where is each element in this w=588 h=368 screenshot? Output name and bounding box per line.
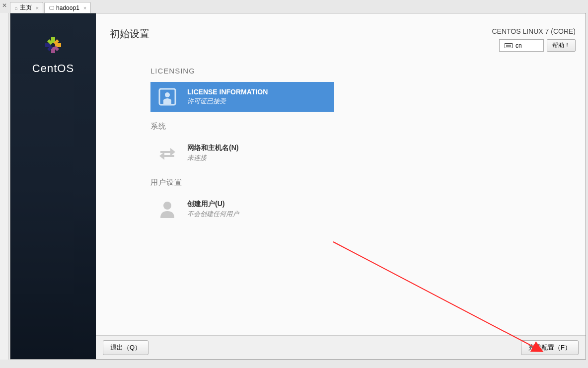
keyboard-icon xyxy=(505,43,513,48)
spoke-title: 网络和主机名(N) xyxy=(187,144,238,152)
finish-button[interactable]: 完成配置（F） xyxy=(521,340,579,355)
section-licensing-label: LICENSING xyxy=(150,67,586,75)
svg-point-10 xyxy=(163,202,171,210)
tab-hadoop1[interactable]: 🖵 hadoop1 × xyxy=(44,2,91,13)
tab-close-icon[interactable]: × xyxy=(36,5,39,11)
close-icon[interactable]: ✕ xyxy=(2,2,7,9)
license-icon xyxy=(156,86,178,108)
spoke-status: 未连接 xyxy=(187,153,238,162)
tab-label: hadoop1 xyxy=(56,4,79,11)
brand-text: CentOS xyxy=(32,62,74,75)
svg-point-9 xyxy=(165,92,170,97)
tab-label: 主页 xyxy=(20,3,32,12)
spoke-title: 创建用户(U) xyxy=(187,200,239,209)
main-window: CentOS 初始设置 CENTOS LINUX 7 (CORE) cn 帮助！ xyxy=(10,13,586,360)
spoke-status: 不会创建任何用户 xyxy=(187,210,239,219)
spoke-status: 许可证已接受 xyxy=(187,97,268,106)
keyboard-layout: cn xyxy=(515,42,522,49)
spoke-title: LICENSE INFORMATION xyxy=(187,88,268,96)
section-user-label: 用户设置 xyxy=(150,178,586,187)
spoke-license[interactable]: LICENSE INFORMATION 许可证已接受 xyxy=(150,82,334,112)
network-icon xyxy=(156,142,178,164)
vm-icon: 🖵 xyxy=(49,5,54,11)
tab-home[interactable]: ⌂ 主页 × xyxy=(10,2,43,13)
sidebar-handle[interactable] xyxy=(0,13,9,360)
distro-label: CENTOS LINUX 7 (CORE) xyxy=(492,27,576,35)
spoke-user[interactable]: 创建用户(U) 不会创建任何用户 xyxy=(150,194,334,224)
footer: 退出（Q） 完成配置（F） xyxy=(96,335,586,359)
home-icon: ⌂ xyxy=(14,5,18,11)
tab-bar: ⌂ 主页 × 🖵 hadoop1 × xyxy=(10,2,91,13)
status-bar xyxy=(0,360,588,368)
spoke-network[interactable]: 网络和主机名(N) 未连接 xyxy=(150,138,334,168)
user-icon xyxy=(156,198,178,220)
tab-close-icon[interactable]: × xyxy=(83,5,86,11)
content-area: 初始设置 CENTOS LINUX 7 (CORE) cn 帮助！ LICENS… xyxy=(96,13,586,359)
keyboard-indicator[interactable]: cn xyxy=(499,39,544,52)
centos-logo-icon xyxy=(41,33,65,57)
section-system-label: 系统 xyxy=(150,122,586,131)
help-button[interactable]: 帮助！ xyxy=(547,39,576,52)
page-title: 初始设置 xyxy=(110,27,149,41)
left-panel: CentOS xyxy=(10,13,96,359)
quit-button[interactable]: 退出（Q） xyxy=(103,340,148,355)
